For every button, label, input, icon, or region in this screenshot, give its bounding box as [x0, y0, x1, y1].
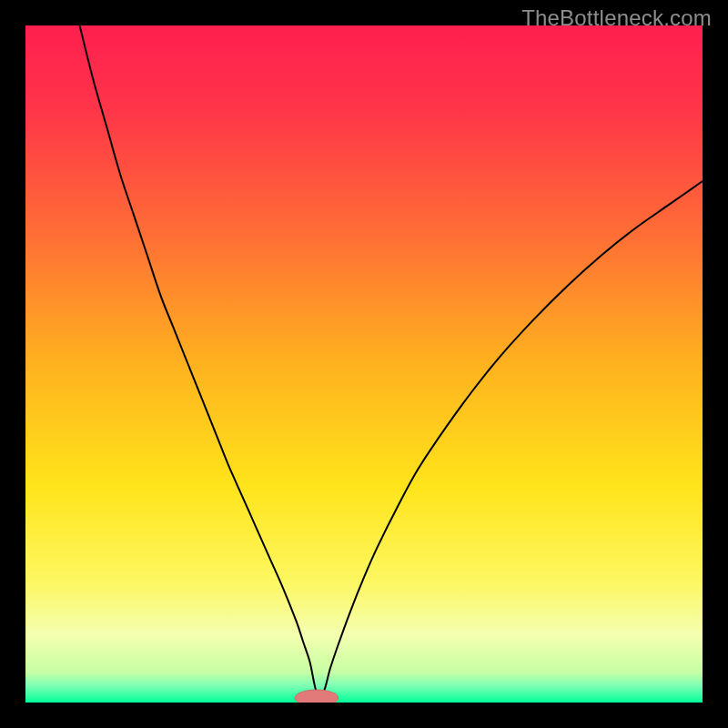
- bottleneck-chart: [25, 25, 703, 703]
- optimal-point-marker: [295, 690, 339, 703]
- plot-area: [25, 25, 703, 703]
- outer-frame: TheBottleneck.com: [0, 0, 728, 728]
- gradient-background: [25, 25, 703, 703]
